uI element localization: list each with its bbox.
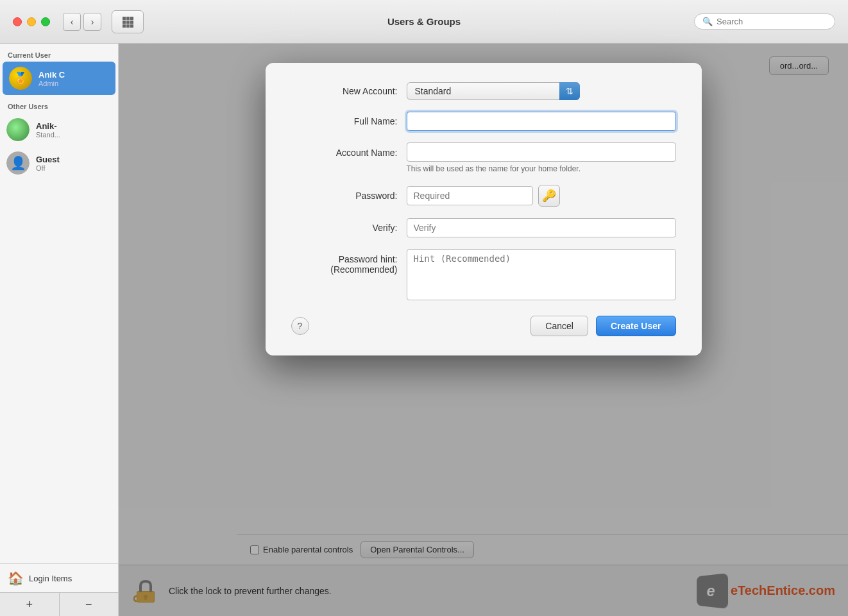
help-button[interactable]: ? (291, 317, 309, 335)
create-user-button[interactable]: Create User (596, 316, 676, 336)
password-input-group: 🔑 (407, 185, 560, 207)
search-icon: 🔍 (702, 17, 713, 26)
guest-user-name: Guest (36, 155, 60, 164)
svg-rect-4 (126, 21, 130, 24)
login-items-button[interactable]: 🏠 Login Items (0, 563, 118, 592)
main-area: Current User 🏅 Anik C Admin Other Users … (0, 44, 848, 616)
window-title: Users & Groups (387, 16, 461, 27)
sidebar-item-current-user[interactable]: 🏅 Anik C Admin (3, 62, 115, 95)
verify-label: Verify: (291, 223, 407, 233)
grid-view-button[interactable] (112, 10, 144, 33)
maximize-button[interactable] (41, 17, 50, 26)
password-key-button[interactable]: 🔑 (538, 185, 560, 207)
other-users-label: Other Users (0, 95, 118, 113)
cancel-button[interactable]: Cancel (530, 316, 588, 336)
svg-rect-0 (123, 17, 126, 20)
svg-rect-5 (130, 21, 133, 24)
svg-rect-8 (130, 24, 133, 28)
password-label: Password: (291, 191, 407, 201)
minimize-button[interactable] (27, 17, 36, 26)
forward-button[interactable]: › (83, 13, 101, 31)
password-row: Password: 🔑 (291, 185, 676, 207)
new-account-row: New Account: Standard Administrator Mana… (291, 82, 676, 100)
current-user-avatar: 🏅 (9, 67, 32, 90)
svg-rect-3 (123, 21, 126, 24)
verify-input[interactable] (407, 218, 676, 237)
svg-rect-1 (126, 17, 130, 20)
sidebar-item-anik[interactable]: Anik- Stand... (0, 113, 118, 146)
dialog-footer: ? Cancel Create User (291, 316, 676, 336)
avatar-green-icon (6, 118, 30, 141)
traffic-lights (13, 17, 50, 26)
current-user-info: Anik C Admin (38, 70, 65, 87)
content-area: ord...ord... New Account: Standard Admin… (119, 44, 848, 616)
avatar-guest-icon: 👤 (6, 151, 30, 175)
back-button[interactable]: ‹ (63, 13, 81, 31)
add-user-button[interactable]: + (0, 593, 60, 616)
login-label: Login Items (29, 574, 72, 583)
avatar-gold-icon: 🏅 (9, 67, 32, 90)
full-name-input[interactable] (407, 112, 676, 131)
guest-user-role: Off (36, 164, 60, 172)
create-user-dialog: New Account: Standard Administrator Mana… (266, 63, 702, 355)
sidebar-actions: + − (0, 592, 118, 616)
sidebar-footer: 🏠 Login Items + − (0, 563, 118, 616)
nav-buttons: ‹ › (63, 13, 101, 31)
dialog-overlay: New Account: Standard Administrator Mana… (119, 44, 848, 616)
login-icon: 🏠 (8, 570, 24, 586)
guest-user-info: Guest Off (36, 155, 60, 172)
current-user-role: Admin (38, 80, 65, 87)
sidebar-item-guest[interactable]: 👤 Guest Off (0, 146, 118, 180)
password-hint-row: Password hint: (Recommended) (291, 249, 676, 300)
close-button[interactable] (13, 17, 22, 26)
sidebar: Current User 🏅 Anik C Admin Other Users … (0, 44, 119, 616)
svg-rect-6 (123, 24, 126, 28)
verify-row: Verify: (291, 218, 676, 237)
account-name-hint: This will be used as the name for your h… (407, 164, 676, 173)
password-hint-textarea[interactable] (407, 249, 676, 300)
anik-user-info: Anik- Stand... (36, 121, 60, 139)
password-input[interactable] (407, 186, 533, 205)
svg-rect-2 (130, 17, 133, 20)
account-name-label: Account Name: (291, 142, 407, 158)
account-name-row: Account Name: This will be used as the n… (291, 142, 676, 173)
account-name-wrapper: This will be used as the name for your h… (407, 142, 676, 173)
account-type-select[interactable]: Standard Administrator Managed with Pare… (407, 82, 580, 100)
current-user-name: Anik C (38, 70, 65, 80)
anik-user-role: Stand... (36, 131, 60, 139)
guest-avatar: 👤 (6, 151, 30, 175)
new-account-label: New Account: (291, 86, 407, 96)
title-bar: ‹ › Users & Groups 🔍 (0, 0, 848, 44)
account-name-input[interactable] (407, 142, 676, 162)
full-name-row: Full Name: (291, 112, 676, 131)
account-type-select-wrapper: Standard Administrator Managed with Pare… (407, 82, 580, 100)
current-user-label: Current User (0, 44, 118, 62)
remove-user-button[interactable]: − (60, 593, 119, 616)
search-input[interactable] (717, 17, 827, 26)
anik-user-name: Anik- (36, 121, 60, 131)
svg-rect-7 (126, 24, 130, 28)
search-bar[interactable]: 🔍 (694, 13, 835, 30)
full-name-label: Full Name: (291, 116, 407, 126)
anik-avatar (6, 118, 30, 141)
password-hint-label: Password hint: (Recommended) (291, 249, 407, 275)
